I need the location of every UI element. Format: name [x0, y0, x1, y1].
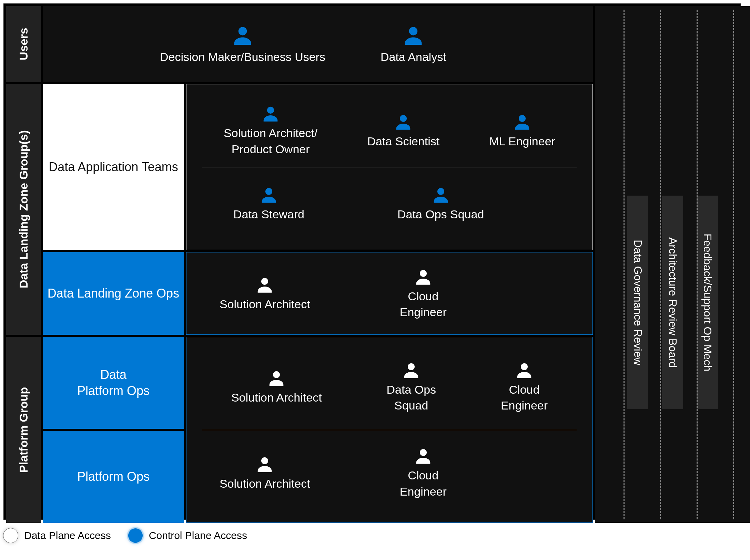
role-cloud-engineer: Cloud Engineer — [400, 268, 447, 320]
person-icon — [261, 104, 281, 124]
person-icon — [393, 113, 413, 133]
legend-data-plane: Data Plane Access — [3, 528, 111, 543]
dlz-left-column: Data Application Teams Data Landing Zone… — [43, 84, 184, 335]
role-cloud-engineer: Cloud Engineer — [501, 361, 548, 413]
person-icon — [401, 361, 421, 381]
role-solution-architect: Solution Architect — [220, 276, 310, 312]
person-icon — [401, 24, 425, 48]
role-label: Data Scientist — [367, 134, 439, 149]
role-label: Engineer — [400, 305, 447, 320]
legend-dot-white — [3, 528, 18, 543]
role-data-steward: Data Steward — [233, 186, 304, 222]
team-row-top: Solution Architect/ Product Owner Data S… — [199, 94, 580, 167]
role-data-ops-squad: Data Ops Squad — [386, 361, 436, 413]
person-icon — [413, 447, 433, 467]
person-icon — [266, 369, 286, 389]
role-solution-architect: Solution Architect — [231, 369, 322, 405]
card-data-platform-ops: Data Platform Ops — [43, 337, 184, 429]
person-icon — [512, 113, 532, 133]
role-ml-engineer: ML Engineer — [489, 113, 555, 149]
person-icon — [255, 276, 275, 295]
role-label: Solution Architect — [231, 390, 322, 405]
card-label-wrap: Data Platform Ops — [77, 367, 150, 399]
role-label: Squad — [394, 398, 428, 413]
ops-inner-row: Solution Architect Cloud Engineer — [199, 259, 580, 328]
dlz-ops-box: Solution Architect Cloud Engineer — [186, 252, 593, 335]
legend-control-plane: Control Plane Access — [128, 528, 247, 543]
dlz-main-column: Solution Architect/ Product Owner Data S… — [186, 84, 593, 335]
dashed-vline — [624, 10, 625, 519]
role-label: Product Owner — [232, 142, 310, 157]
section-label-users: Users — [6, 6, 41, 82]
governance-column: Data Governance Review Architecture Revi… — [595, 6, 750, 523]
vbar-label: Data Governance Review — [631, 240, 644, 365]
role-label: Engineer — [501, 398, 548, 413]
role-data-analyst: Data Analyst — [381, 24, 446, 64]
role-label: Solution Architect/ — [224, 126, 317, 141]
role-label: Data Steward — [233, 207, 304, 222]
person-icon — [413, 268, 433, 288]
vbar-label: Architecture Review Board — [666, 237, 679, 368]
team-row-bottom: Data Steward Data Ops Squad — [199, 167, 580, 240]
section-label-dlz-text: Data Landing Zone Group(s) — [17, 131, 30, 289]
dashed-vline — [733, 10, 734, 519]
vbar-label: Feedback/Support Op Mech — [701, 234, 714, 371]
diagram-frame: Users Decision Maker/Business Users Data… — [3, 3, 741, 520]
role-label: Decision Maker/Business Users — [160, 50, 325, 64]
card-label: Data Application Teams — [49, 159, 178, 175]
role-decision-maker: Decision Maker/Business Users — [160, 24, 325, 64]
role-label: Data Analyst — [381, 50, 446, 64]
role-data-scientist: Data Scientist — [367, 113, 439, 149]
role-solution-architect-product-owner: Solution Architect/ Product Owner — [224, 104, 317, 156]
section-label-dlz: Data Landing Zone Group(s) — [6, 84, 41, 335]
legend-label: Control Plane Access — [149, 530, 247, 541]
users-roles-row: Decision Maker/Business Users Data Analy… — [43, 6, 593, 82]
role-label: Data Ops Squad — [397, 207, 484, 222]
governance-bar-data-governance: Data Governance Review — [627, 196, 648, 409]
card-label: Platform Ops — [77, 383, 150, 399]
pg-left-column: Data Platform Ops Platform Ops — [43, 337, 184, 523]
role-label: Engineer — [400, 484, 447, 499]
role-label: Solution Architect — [220, 297, 310, 312]
section-label-pg: Platform Group — [6, 337, 41, 523]
pg-main-box: Solution Architect Data Ops Squad Cloud … — [186, 337, 593, 523]
role-label: Cloud — [509, 382, 540, 397]
governance-bar-architecture-review: Architecture Review Board — [662, 196, 683, 409]
person-icon — [514, 361, 534, 381]
dashed-vline — [660, 10, 661, 519]
legend-dot-blue — [128, 528, 143, 543]
role-cloud-engineer: Cloud Engineer — [400, 447, 447, 499]
role-label: Solution Architect — [220, 476, 310, 491]
person-icon — [231, 24, 255, 48]
person-icon — [255, 455, 275, 475]
person-icon — [431, 186, 451, 206]
section-label-users-text: Users — [17, 28, 30, 61]
role-data-ops-squad: Data Ops Squad — [397, 186, 484, 222]
role-label: Cloud — [408, 289, 438, 304]
card-platform-ops: Platform Ops — [43, 431, 184, 523]
pg-row-2: Solution Architect Cloud Engineer — [199, 430, 580, 516]
section-label-pg-text: Platform Group — [17, 387, 30, 473]
card-data-landing-zone-ops: Data Landing Zone Ops — [43, 252, 184, 335]
role-label: Data Ops — [386, 382, 436, 397]
role-label: Cloud — [408, 468, 438, 483]
card-label: Data Landing Zone Ops — [48, 286, 179, 302]
governance-bar-feedback-support: Feedback/Support Op Mech — [697, 196, 718, 409]
card-label: Data — [77, 367, 150, 383]
role-label: ML Engineer — [489, 134, 555, 149]
person-icon — [259, 186, 279, 206]
pg-row-1: Solution Architect Data Ops Squad Cloud … — [199, 344, 580, 430]
legend: Data Plane Access Control Plane Access — [3, 528, 247, 543]
legend-label: Data Plane Access — [24, 530, 111, 541]
role-solution-architect: Solution Architect — [220, 455, 310, 491]
card-data-application-teams: Data Application Teams — [43, 84, 184, 250]
card-label: Platform Ops — [77, 469, 150, 485]
app-teams-box: Solution Architect/ Product Owner Data S… — [186, 84, 593, 250]
